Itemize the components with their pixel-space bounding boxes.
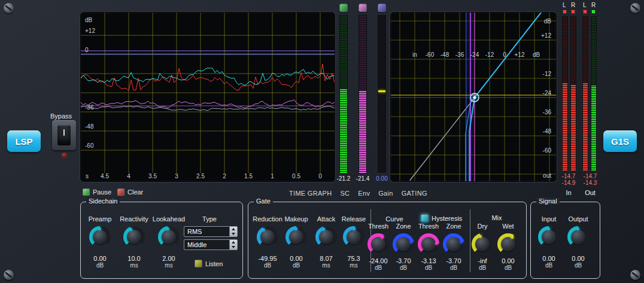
reactivity-knob[interactable] bbox=[123, 226, 145, 248]
svg-text:-36: -36 bbox=[543, 109, 552, 115]
spinner-buttons[interactable] bbox=[229, 240, 237, 249]
svg-text:-60: -60 bbox=[426, 51, 435, 58]
spin-down-icon[interactable] bbox=[230, 245, 237, 249]
plugin-window: LSP G1S Bypass dB+120-36-48-60s4.543.532… bbox=[0, 0, 644, 283]
hysteresis-toggle[interactable]: Hysteresis bbox=[421, 214, 462, 222]
svg-text:-60: -60 bbox=[543, 147, 552, 154]
dry-knob[interactable] bbox=[472, 233, 493, 255]
bypass-switch[interactable] bbox=[52, 120, 76, 150]
wet-value: 0.00 bbox=[494, 257, 522, 264]
listen-toggle[interactable]: Listen bbox=[195, 260, 223, 267]
spin-down-icon[interactable] bbox=[230, 232, 237, 236]
lsp-logo-button[interactable]: LSP bbox=[7, 130, 41, 152]
sc-meter-value: -21.2 bbox=[334, 175, 353, 182]
reduction-unit: dB bbox=[252, 262, 283, 269]
gating-curve-graph[interactable]: in-60-48-36-24-120+12dBdB+12-12-24-36-48… bbox=[390, 12, 557, 182]
reactivity-label: Reactivity bbox=[117, 215, 151, 224]
svg-text:-36: -36 bbox=[85, 104, 94, 111]
gain-meter-toggle[interactable] bbox=[378, 4, 386, 12]
lookahead-knob[interactable] bbox=[158, 226, 180, 248]
gain-meter-value: 0.00 bbox=[372, 175, 391, 182]
makeup-unit: dB bbox=[281, 262, 312, 269]
out-meter-value-2: -14.3 bbox=[581, 179, 600, 186]
plugin-id-badge: G1S bbox=[603, 130, 637, 152]
clear-button[interactable]: Clear bbox=[117, 188, 143, 196]
hyst-thresh-unit: dB bbox=[415, 264, 442, 271]
thresh-value: -24.00 bbox=[364, 257, 392, 264]
out-right-peak-led bbox=[591, 10, 596, 14]
zone-knob[interactable] bbox=[393, 233, 414, 255]
sidechain-title: Sidechain bbox=[86, 197, 120, 205]
sc-source-select[interactable]: Middle bbox=[184, 239, 238, 250]
out-caption: Out bbox=[581, 189, 600, 196]
thresh-label: Thresh bbox=[364, 223, 392, 231]
wet-knob[interactable] bbox=[497, 233, 519, 255]
hyst-thresh-knob[interactable] bbox=[418, 233, 439, 255]
svg-text:0: 0 bbox=[318, 173, 322, 179]
svg-text:2.5: 2.5 bbox=[196, 173, 205, 179]
hyst-zone-knob[interactable] bbox=[443, 233, 464, 255]
input-meter-right bbox=[570, 16, 577, 171]
dry-value: -inf bbox=[469, 257, 496, 264]
preamp-value: 0.00 bbox=[83, 255, 117, 262]
dry-control: Dry -inf dB bbox=[469, 223, 496, 271]
hyst-zone-label: Zone bbox=[440, 223, 467, 231]
spinner-buttons[interactable] bbox=[229, 227, 237, 236]
sc-meter-toggle[interactable] bbox=[339, 4, 348, 12]
sc-level-meter bbox=[339, 14, 348, 174]
in-caption: In bbox=[559, 189, 578, 196]
svg-text:-48: -48 bbox=[441, 51, 449, 58]
svg-text:0: 0 bbox=[503, 51, 506, 58]
gate-panel: Gate Reduction -49.95 dB Makeup 0.00 dB … bbox=[248, 202, 527, 279]
out-meter-value-1: -14.7 bbox=[581, 173, 600, 179]
svg-text:-48: -48 bbox=[85, 123, 94, 130]
in-right-peak-led bbox=[571, 10, 575, 14]
hyst-zone-unit: dB bbox=[440, 264, 467, 271]
preamp-knob[interactable] bbox=[89, 226, 111, 248]
screw-icon bbox=[4, 3, 14, 13]
thresh-knob[interactable] bbox=[367, 233, 389, 255]
sc-source-value: Middle bbox=[184, 240, 229, 249]
wet-label: Wet bbox=[494, 223, 522, 231]
time-graph: dB+120-36-48-60s4.543.532.521.510.50 bbox=[80, 12, 335, 182]
attack-control: Attack 8.07 ms bbox=[311, 215, 342, 269]
pause-label: Pause bbox=[93, 188, 111, 196]
spin-up-icon[interactable] bbox=[230, 227, 237, 232]
reduction-value: -49.95 bbox=[252, 255, 283, 262]
curve-section-title: Curve bbox=[375, 215, 414, 223]
in-left-label: L bbox=[563, 2, 566, 8]
in-meter-value-1: -14.7 bbox=[559, 173, 578, 179]
gate-title: Gate bbox=[254, 197, 273, 205]
zone-label: Zone bbox=[390, 223, 417, 231]
out-left-label: L bbox=[583, 2, 587, 8]
mix-section-title: Mix bbox=[477, 214, 517, 221]
sc-type-select[interactable]: RMS bbox=[184, 226, 238, 237]
in-left-peak-led bbox=[563, 10, 567, 14]
clear-led-icon bbox=[117, 188, 124, 196]
env-meter-value: -21.4 bbox=[353, 175, 372, 182]
makeup-label: Makeup bbox=[281, 215, 312, 224]
thresh-unit: dB bbox=[364, 264, 392, 271]
input-gain-control: Input 0.00 dB bbox=[534, 215, 563, 269]
makeup-knob[interactable] bbox=[285, 226, 307, 248]
listen-label: Listen bbox=[205, 260, 223, 267]
spin-up-icon[interactable] bbox=[230, 240, 237, 245]
output-gain-knob[interactable] bbox=[567, 226, 589, 248]
hysteresis-led-icon bbox=[421, 214, 429, 222]
clear-label: Clear bbox=[127, 188, 143, 196]
svg-text:s: s bbox=[86, 173, 89, 179]
reduction-knob[interactable] bbox=[257, 226, 278, 248]
reduction-label: Reduction bbox=[252, 215, 283, 224]
svg-text:out: out bbox=[543, 172, 551, 179]
legend-sc: SC bbox=[340, 190, 350, 197]
attack-knob[interactable] bbox=[315, 226, 337, 248]
pause-button[interactable]: Pause bbox=[83, 188, 111, 196]
svg-text:+12: +12 bbox=[85, 28, 95, 34]
svg-text:3: 3 bbox=[175, 173, 178, 179]
release-knob[interactable] bbox=[343, 226, 364, 248]
wet-unit: dB bbox=[494, 264, 522, 271]
legend-gating: GATING bbox=[402, 190, 427, 197]
env-meter-toggle[interactable] bbox=[359, 4, 367, 12]
screw-icon bbox=[4, 270, 14, 280]
input-gain-knob[interactable] bbox=[538, 226, 560, 248]
